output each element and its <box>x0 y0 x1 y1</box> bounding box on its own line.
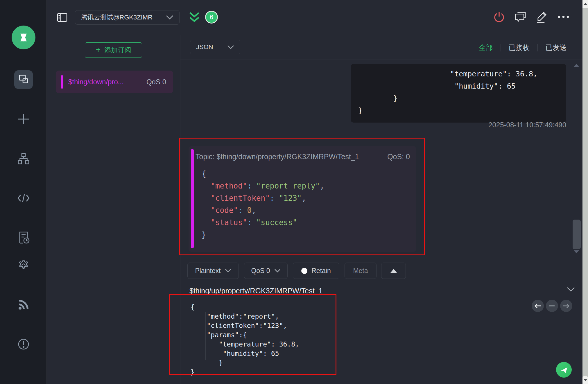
scroll-to-bottom-button[interactable] <box>189 12 200 24</box>
publish-format-select[interactable]: Plaintext <box>187 263 239 279</box>
chat-icon <box>514 11 526 23</box>
scrollbar-down-button[interactable] <box>582 376 588 384</box>
publish-payload-editor[interactable]: { "method":"report", "clientToken":"123"… <box>191 302 299 377</box>
chevron-down-icon <box>227 45 234 49</box>
meta-button[interactable]: Meta <box>345 263 377 279</box>
indent-guide <box>190 312 190 360</box>
received-qos-label: QoS: 0 <box>387 152 410 161</box>
pencil-icon <box>536 10 548 23</box>
message-timestamp: 2025-08-11 10:57:49:490 <box>488 121 566 129</box>
subscription-color-bar <box>61 75 63 89</box>
publish-topic-input[interactable]: $thing/up/property/RGK3ZIMRPW/Test_1 <box>189 281 323 301</box>
payload-format-select[interactable]: JSON <box>190 40 240 54</box>
topic-tree-icon <box>17 152 30 165</box>
message-filter-tabs: 全部已接收已发送 <box>471 35 574 60</box>
message-scrollbar-thumb[interactable] <box>573 220 581 249</box>
connections-icon <box>17 73 30 86</box>
code-icon <box>17 192 30 204</box>
received-message-bubble: Topic: $thing/down/property/RGK3ZIMRPW/T… <box>189 146 416 252</box>
app-sidebar <box>0 0 47 384</box>
scroll-up-arrow[interactable] <box>574 64 579 67</box>
connection-select[interactable]: 腾讯云测试@RGK3ZIMR <box>75 10 180 25</box>
triangle-down-icon <box>584 379 587 381</box>
panel-toggle-icon <box>57 13 67 22</box>
clear-message-button[interactable] <box>546 300 558 312</box>
topbar: 腾讯云测试@RGK3ZIMR 6 <box>47 0 582 35</box>
publish-qos-select[interactable]: QoS 0 <box>244 263 288 279</box>
plus-icon <box>17 113 30 125</box>
message-stream: "temperature": 36.8, "humidity": 65 } } … <box>180 60 582 258</box>
sidebar-item-connections[interactable] <box>0 70 47 89</box>
add-subscription-button[interactable]: + 添加订阅 <box>85 42 142 58</box>
subscription-color-bar <box>191 149 194 248</box>
disconnect-button[interactable] <box>493 10 505 23</box>
tab-all[interactable]: 全部 <box>471 43 501 52</box>
mqttx-logo <box>0 26 47 49</box>
prev-message-button[interactable] <box>532 300 544 312</box>
publish-format-value: Plaintext <box>195 267 220 275</box>
chevron-down-icon <box>225 269 231 273</box>
subscription-topic: $thing/down/pro... <box>68 78 146 86</box>
rss-icon <box>17 298 30 311</box>
subscription-list: $thing/down/pro...QoS 0 <box>56 71 173 93</box>
panel-toggle-button[interactable] <box>57 13 67 22</box>
publish-topic-row: $thing/up/property/RGK3ZIMRPW/Test_1 <box>180 281 582 301</box>
message-nav-buttons <box>532 300 572 312</box>
ellipsis-icon <box>557 15 569 19</box>
retain-toggle[interactable]: Retain <box>293 263 339 279</box>
subscription-qos: QoS 0 <box>146 78 166 86</box>
add-subscription-label: 添加订阅 <box>104 46 131 55</box>
sent-message-payload: "temperature": 36.8, "humidity": 65 } } <box>358 68 559 117</box>
sidebar-item-script[interactable] <box>0 192 47 204</box>
triangle-up-icon <box>584 3 587 5</box>
plus-icon: + <box>96 46 101 54</box>
paper-plane-icon <box>560 365 568 374</box>
double-chevron-down-icon <box>189 12 200 24</box>
gear-icon <box>17 259 30 272</box>
more-options-button[interactable] <box>557 10 569 23</box>
log-icon <box>17 231 30 244</box>
received-message-payload: { "method": "report_reply", "clientToken… <box>202 168 325 241</box>
publish-qos-value: QoS 0 <box>251 267 270 275</box>
topic-history-chevron-icon[interactable] <box>567 287 575 292</box>
retain-toggle-dot <box>301 268 307 274</box>
scrollbar-up-button[interactable] <box>582 0 588 8</box>
subscription-item[interactable]: $thing/down/pro...QoS 0 <box>56 71 173 93</box>
sidebar-item-settings[interactable] <box>0 259 47 272</box>
main-panel: JSON 全部已接收已发送 "temperature": 36.8, "humi… <box>180 35 582 384</box>
power-icon <box>493 11 505 23</box>
meta-label: Meta <box>353 267 368 275</box>
publish-panel: Plaintext QoS 0 Retain Meta <box>180 258 582 384</box>
format-value: JSON <box>196 43 213 51</box>
sidebar-item-new-connection[interactable] <box>0 113 47 125</box>
next-message-button[interactable] <box>560 300 572 312</box>
triangle-up-icon <box>390 269 397 273</box>
tab-received[interactable]: 已接收 <box>501 43 537 52</box>
unread-count-badge: 6 <box>205 11 218 24</box>
received-topic-label: Topic: $thing/down/property/RGK3ZIMRPW/T… <box>196 152 359 161</box>
edit-connection-button[interactable] <box>536 10 548 23</box>
send-button[interactable] <box>556 362 572 378</box>
sidebar-item-topic-tree[interactable] <box>0 152 47 165</box>
connection-name: 腾讯云测试@RGK3ZIMR <box>81 13 153 22</box>
mqttx-logo-icon <box>16 30 31 45</box>
new-window-button[interactable] <box>514 10 526 23</box>
window-scrollbar[interactable] <box>582 0 588 384</box>
subscriptions-panel: + 添加订阅 $thing/down/pro...QoS 0 <box>47 35 180 384</box>
minus-icon <box>549 305 555 307</box>
sidebar-item-log[interactable] <box>0 231 47 244</box>
sidebar-item-feed[interactable] <box>0 298 47 311</box>
sent-message-bubble: "temperature": 36.8, "humidity": 65 } } <box>351 64 566 123</box>
chevron-down-icon <box>166 15 173 20</box>
arrow-right-icon <box>562 303 570 309</box>
arrow-left-icon <box>534 303 542 309</box>
info-icon <box>17 338 30 351</box>
scroll-down-arrow[interactable] <box>574 250 579 253</box>
mqttx-window: 腾讯云测试@RGK3ZIMR 6 <box>0 0 588 384</box>
retain-label: Retain <box>311 267 331 275</box>
collapse-publish-button[interactable] <box>381 263 406 279</box>
sidebar-item-about[interactable] <box>0 338 47 351</box>
tab-published[interactable]: 已发送 <box>538 43 574 52</box>
message-toolbar: JSON 全部已接收已发送 <box>180 35 582 60</box>
chevron-down-icon <box>274 269 281 273</box>
